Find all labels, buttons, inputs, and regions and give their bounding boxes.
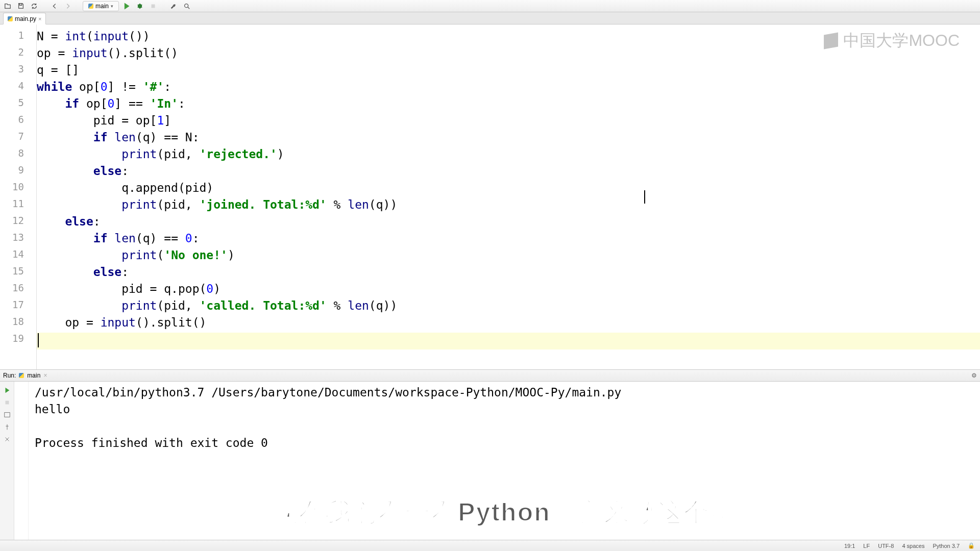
console-line: hello: [35, 403, 974, 419]
line-number: 15: [0, 265, 36, 282]
video-subtitle: 现在我们看一看Python语言来做这个题: [272, 495, 736, 530]
stop-button[interactable]: [148, 1, 159, 12]
line-number: 3: [0, 63, 36, 80]
code-line[interactable]: while op[0] != '#':: [37, 80, 980, 97]
gear-icon[interactable]: ⚙: [971, 372, 977, 379]
editor-tab-main[interactable]: main.py ×: [3, 13, 46, 24]
status-indent[interactable]: 4 spaces: [902, 543, 924, 549]
svg-point-0: [138, 4, 142, 8]
debug-button[interactable]: [134, 1, 145, 12]
status-python[interactable]: Python 3.7: [933, 543, 960, 549]
code-line[interactable]: else:: [37, 265, 980, 282]
forward-icon[interactable]: [62, 1, 74, 12]
line-number: 5: [0, 97, 36, 114]
code-editor[interactable]: 12345678910111213141516171819 中国大学MOOC N…: [0, 24, 980, 369]
code-line[interactable]: q.append(pid): [37, 181, 980, 198]
chevron-down-icon: ▾: [111, 4, 113, 9]
code-line[interactable]: [37, 333, 980, 349]
code-line[interactable]: print(pid, 'called. Total:%d' % len(q)): [37, 299, 980, 316]
console-line: [35, 419, 974, 436]
status-caret-pos[interactable]: 19:1: [844, 543, 855, 549]
run-panel-header: Run: main × ⚙: [0, 369, 980, 382]
svg-rect-3: [5, 401, 9, 405]
code-line[interactable]: pid = op[1]: [37, 114, 980, 131]
back-icon[interactable]: [49, 1, 60, 12]
line-number: 12: [0, 215, 36, 232]
open-icon[interactable]: [2, 1, 13, 12]
line-number: 17: [0, 299, 36, 316]
console-line: Process finished with exit code 0: [35, 436, 974, 453]
pin-icon[interactable]: [2, 421, 13, 433]
code-line[interactable]: op = input().split(): [37, 316, 980, 333]
code-line[interactable]: else:: [37, 215, 980, 232]
code-line[interactable]: q = []: [37, 63, 980, 80]
close-panel-icon[interactable]: [2, 434, 13, 445]
line-number: 8: [0, 147, 36, 164]
line-number: 1: [0, 30, 36, 46]
stop-button[interactable]: [2, 397, 13, 408]
text-cursor-icon: [644, 190, 645, 204]
editor-tabs: main.py ×: [0, 12, 980, 24]
run-config-name: main: [27, 372, 40, 379]
code-line[interactable]: if len(q) == N:: [37, 131, 980, 147]
sync-icon[interactable]: [29, 1, 40, 12]
save-all-icon[interactable]: [15, 1, 27, 12]
svg-rect-1: [152, 4, 155, 8]
search-icon[interactable]: [181, 1, 192, 12]
svg-rect-4: [4, 413, 10, 417]
restore-layout-icon[interactable]: [2, 409, 13, 420]
line-number: 16: [0, 282, 36, 299]
run-config-selector[interactable]: main ▾: [83, 1, 119, 11]
run-button[interactable]: [121, 1, 132, 12]
run-toolbar-nav: [14, 382, 29, 540]
code-line[interactable]: else:: [37, 164, 980, 181]
code-line[interactable]: if len(q) == 0:: [37, 232, 980, 248]
line-number: 4: [0, 80, 36, 97]
line-number: 14: [0, 248, 36, 265]
line-number-gutter: 12345678910111213141516171819: [0, 24, 37, 369]
cube-icon: [824, 33, 838, 49]
code-line[interactable]: pid = q.pop(0): [37, 282, 980, 299]
code-line[interactable]: print('No one!'): [37, 248, 980, 265]
code-line[interactable]: if op[0] == 'In':: [37, 97, 980, 114]
tab-filename: main.py: [15, 15, 36, 22]
close-icon[interactable]: ×: [38, 16, 41, 22]
mooc-watermark: 中国大学MOOC: [824, 30, 960, 52]
line-number: 18: [0, 316, 36, 333]
mooc-logo-text: 中国大学MOOC: [843, 30, 960, 52]
python-icon: [88, 4, 93, 9]
caret-icon: [38, 333, 39, 347]
line-number: 13: [0, 232, 36, 248]
run-config-label: main: [95, 3, 109, 10]
run-toolbar-left: [0, 382, 14, 540]
run-tool-window: Run: main × ⚙ /usr/local/bin/python3.7 /…: [0, 369, 980, 540]
line-number: 7: [0, 131, 36, 147]
run-header-label: Run:: [3, 372, 16, 379]
line-number: 6: [0, 114, 36, 131]
python-icon: [19, 373, 24, 378]
code-line[interactable]: print(pid, 'joined. Total:%d' % len(q)): [37, 198, 980, 215]
console-output[interactable]: /usr/local/bin/python3.7 /Users/barytone…: [29, 382, 980, 540]
close-icon[interactable]: ×: [43, 372, 47, 379]
line-number: 10: [0, 181, 36, 198]
lock-icon[interactable]: 🔒: [968, 542, 975, 549]
code-line[interactable]: print(pid, 'rejected.'): [37, 147, 980, 164]
line-number: 9: [0, 164, 36, 181]
status-bar: 19:1 LF UTF-8 4 spaces Python 3.7 🔒: [0, 540, 980, 551]
svg-point-2: [185, 4, 188, 7]
main-toolbar: main ▾: [0, 0, 980, 12]
status-encoding[interactable]: UTF-8: [878, 543, 894, 549]
wrench-icon[interactable]: [168, 1, 179, 12]
line-number: 19: [0, 333, 36, 349]
code-area[interactable]: 中国大学MOOC N = int(input())op = input().sp…: [37, 24, 980, 369]
status-line-separator[interactable]: LF: [863, 543, 870, 549]
rerun-button[interactable]: [2, 385, 13, 396]
python-icon: [8, 16, 13, 21]
line-number: 11: [0, 198, 36, 215]
console-line: /usr/local/bin/python3.7 /Users/barytone…: [35, 386, 974, 403]
line-number: 2: [0, 46, 36, 63]
